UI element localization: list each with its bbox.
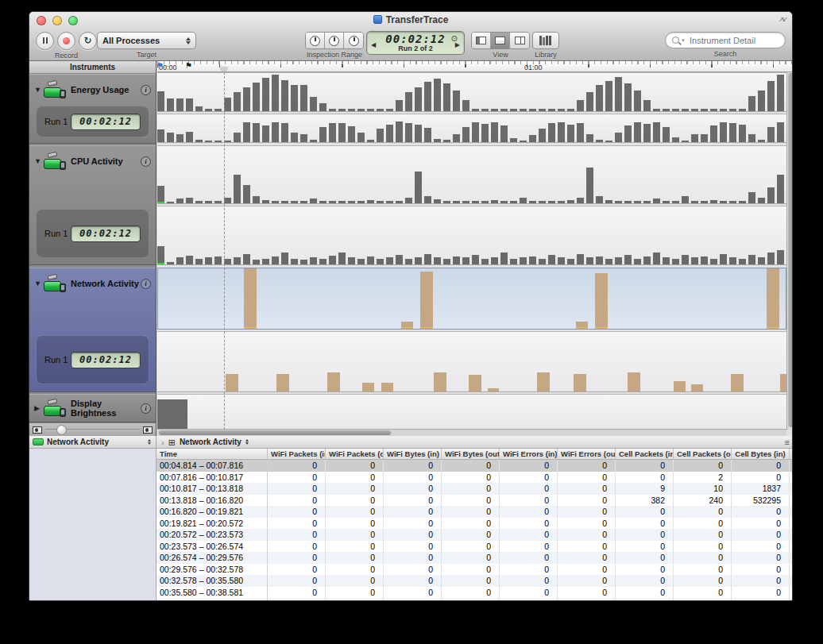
run-panel[interactable]: Run 1 00:02:12 bbox=[36, 209, 149, 258]
column-header[interactable]: WiFi Errors (out) bbox=[558, 449, 616, 459]
energy-usage-track[interactable] bbox=[157, 72, 786, 112]
column-header[interactable]: WiFi Bytes (in) bbox=[384, 449, 442, 459]
next-run-arrow[interactable]: ▶ bbox=[455, 41, 460, 48]
detail-breadcrumb-bar[interactable]: › ⊞ Network Activity ≡ bbox=[156, 436, 793, 449]
vertical-scrollbar-thumb[interactable] bbox=[788, 73, 793, 427]
value-cell: 0 bbox=[558, 518, 616, 530]
run-indicator: Run 2 of 2 bbox=[398, 44, 433, 52]
info-icon[interactable]: i bbox=[141, 403, 151, 414]
zoom-in-icon[interactable] bbox=[143, 426, 153, 434]
strategy-bar[interactable]: Network Activity bbox=[29, 436, 156, 449]
strategy-stepper-icon[interactable] bbox=[148, 439, 151, 445]
table-row[interactable]: 00:04.814 – 00:07.816000000000 bbox=[156, 460, 793, 472]
disclosure-triangle[interactable]: ▶ bbox=[34, 404, 44, 412]
timeline-ruler[interactable]: 00:00 01:00 ⚑ ⚑ bbox=[157, 61, 793, 72]
view-right-button[interactable] bbox=[510, 33, 529, 48]
run-panel[interactable]: Run 1 00:02:12 bbox=[36, 106, 149, 137]
table-row[interactable]: 00:20.572 – 00:23.573000000000 bbox=[156, 529, 793, 541]
search-input[interactable] bbox=[688, 35, 779, 46]
value-cell: 0 bbox=[732, 598, 790, 601]
loop-button[interactable]: ↻ bbox=[79, 32, 97, 50]
table-row[interactable]: 00:19.821 – 00:20.572000000000 bbox=[156, 518, 793, 530]
bar bbox=[663, 109, 670, 111]
cpu-activity-track[interactable] bbox=[157, 145, 786, 204]
column-header[interactable]: Cell Packets (out) bbox=[674, 449, 732, 459]
table-row[interactable]: 00:07.816 – 00:10.817000000020 bbox=[156, 472, 793, 484]
vertical-scrollbar[interactable] bbox=[786, 72, 793, 430]
bar bbox=[310, 199, 317, 203]
column-header[interactable]: WiFi Packets (out) bbox=[326, 449, 384, 459]
horizontal-scrollbar[interactable] bbox=[157, 430, 786, 436]
table-row[interactable]: 00:23.573 – 00:26.574000000000 bbox=[156, 541, 793, 553]
display-brightness-track[interactable] bbox=[157, 394, 786, 430]
column-header[interactable]: WiFi Bytes (out) bbox=[442, 449, 500, 459]
zoom-slider-knob[interactable] bbox=[56, 425, 67, 435]
network-activity-run-track[interactable] bbox=[157, 331, 786, 392]
run-panel[interactable]: Run 1 00:02:12 bbox=[36, 335, 149, 384]
table-row[interactable]: 00:35.580 – 00:38.581000000000 bbox=[156, 587, 793, 599]
value-cell: 0 bbox=[558, 564, 616, 576]
bar bbox=[329, 109, 336, 111]
value-cell: 0 bbox=[500, 564, 558, 576]
breadcrumb-stepper-icon[interactable] bbox=[245, 439, 249, 445]
marker-flag-icon[interactable]: ⚑ bbox=[185, 62, 192, 70]
bar bbox=[253, 260, 260, 264]
info-icon[interactable]: i bbox=[141, 279, 151, 289]
table-row[interactable]: 00:10.817 – 00:13.8180000009101837 bbox=[156, 483, 793, 495]
strategy-instrument-icon bbox=[33, 438, 44, 445]
energy-usage-run-track[interactable] bbox=[157, 114, 786, 143]
bar bbox=[377, 129, 384, 143]
table-row[interactable]: 00:29.576 – 00:32.578000000000 bbox=[156, 564, 793, 576]
disclosure-triangle[interactable]: ▼ bbox=[34, 280, 44, 287]
bar bbox=[720, 201, 727, 203]
column-header-partial[interactable] bbox=[790, 449, 793, 459]
instrument-network-activity[interactable]: ▼ Network Activity i Run 1 00:02:12 bbox=[29, 268, 156, 392]
library-button[interactable] bbox=[532, 32, 559, 49]
column-header[interactable]: Time bbox=[156, 449, 268, 459]
pause-button[interactable] bbox=[36, 32, 54, 50]
instrument-display-brightness[interactable]: ▶ Display Brightness i bbox=[29, 394, 156, 422]
cpu-activity-run-track[interactable] bbox=[157, 206, 786, 265]
zoom-slider[interactable] bbox=[45, 429, 140, 431]
value-cell: 0 bbox=[268, 575, 326, 587]
value-cell: 0 bbox=[616, 564, 674, 576]
column-header[interactable]: Cell Packets (in) bbox=[616, 449, 674, 459]
horizontal-scrollbar-thumb[interactable] bbox=[159, 430, 391, 435]
inspection-clear-button[interactable] bbox=[325, 33, 344, 48]
table-row[interactable]: 00:16.820 – 00:19.821000000000 bbox=[156, 506, 793, 518]
inspection-end-button[interactable] bbox=[344, 33, 363, 48]
bar bbox=[605, 141, 612, 142]
disclosure-triangle[interactable]: ▼ bbox=[34, 157, 44, 165]
instrument-cpu-activity[interactable]: ▼ CPU Activity i Run 1 00:02:12 bbox=[29, 145, 156, 265]
titlebar[interactable]: TransferTrace ↗↙ bbox=[29, 12, 792, 29]
search-field[interactable]: ▼ bbox=[665, 32, 786, 48]
value-cell: 0 bbox=[500, 472, 558, 484]
table-row[interactable]: 00:32.578 – 00:35.580000000000 bbox=[156, 575, 793, 587]
inspection-start-button[interactable] bbox=[306, 33, 325, 48]
info-icon[interactable]: i bbox=[141, 156, 151, 167]
table-row[interactable]: 00:38.581 – 00:40.777000000000 bbox=[156, 598, 793, 601]
target-popup[interactable]: All Processes bbox=[97, 32, 196, 49]
bar bbox=[472, 255, 479, 264]
column-header[interactable]: WiFi Errors (in) bbox=[500, 449, 558, 459]
view-bottom-button[interactable] bbox=[491, 33, 510, 48]
column-options-icon[interactable]: ≡ bbox=[785, 438, 789, 447]
bar bbox=[576, 322, 588, 329]
instrument-energy-usage[interactable]: ▼ Energy Usage i Run 1 00:02:12 bbox=[29, 74, 156, 144]
view-left-button[interactable] bbox=[472, 33, 491, 48]
zoom-out-icon[interactable] bbox=[33, 426, 42, 434]
bar bbox=[643, 256, 651, 264]
fullscreen-icon[interactable]: ↗↙ bbox=[779, 15, 786, 23]
network-activity-track[interactable] bbox=[157, 268, 786, 330]
disclosure-triangle[interactable]: ▼ bbox=[34, 86, 44, 94]
column-header[interactable]: Cell Bytes (in) bbox=[732, 449, 790, 459]
search-scope-arrow[interactable]: ▼ bbox=[681, 38, 686, 43]
table-row[interactable]: 00:26.574 – 00:29.576000000000 bbox=[156, 552, 793, 564]
playhead-line[interactable] bbox=[224, 72, 225, 430]
previous-run-arrow[interactable]: ◀ bbox=[371, 41, 376, 48]
column-header[interactable]: WiFi Packets (in) bbox=[268, 449, 326, 459]
record-button[interactable] bbox=[57, 32, 75, 50]
table-row[interactable]: 00:13.818 – 00:16.820000000382240532295 bbox=[156, 495, 793, 507]
bar bbox=[157, 399, 187, 429]
info-icon[interactable]: i bbox=[141, 85, 151, 95]
